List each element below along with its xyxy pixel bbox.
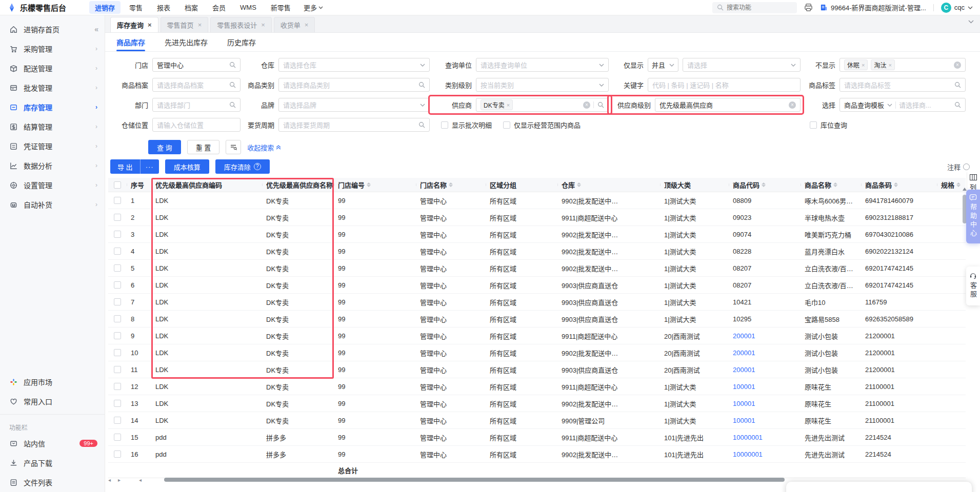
search-icon[interactable] [593,101,604,108]
nav-item-xinlingshou[interactable]: 新零售 [265,1,296,14]
close-icon[interactable]: × [305,21,309,29]
nav-item-dangan[interactable]: 档案 [179,1,204,14]
col-top-category[interactable]: 顶级大类 [660,180,729,190]
nav-item-huiyuan[interactable]: 会员 [207,1,231,14]
sidebar-item-favorites[interactable]: 常用入口 [0,392,105,411]
tag-supplier[interactable]: DK专卖× [481,99,513,110]
row-checkbox[interactable] [114,298,121,305]
col-supplier-code[interactable]: 优先级最高供应商编码 [151,180,262,190]
clear-icon[interactable]: × [789,101,796,109]
customer-service-button[interactable]: 客服 [966,266,980,305]
product-tag-input[interactable]: 请选择商品标签 [839,78,966,92]
checkbox-business-scope[interactable]: 仅显示经营范围内商品 [503,120,581,130]
saved-filter-button[interactable] [226,140,241,154]
only-show-operator-select[interactable]: 并且 [648,58,678,72]
query-unit-select[interactable]: 请选择查询单位 [476,58,609,72]
frozen-pane-scrollbar[interactable]: ◂ ▸ [108,477,135,483]
subtab-fifo-stock[interactable]: 先进先出库存 [165,33,208,51]
only-show-select[interactable]: 请选择 [683,58,801,72]
product-category-input[interactable]: 请选择商品类别 [278,78,430,92]
sort-icon[interactable] [894,182,898,187]
search-icon[interactable] [229,101,236,108]
col-region[interactable]: 区域分组 [486,180,557,190]
nav-item-lingshou[interactable]: 零售 [124,1,148,14]
row-checkbox[interactable] [114,366,121,373]
vscroll-up-arrow[interactable] [963,188,967,191]
close-icon[interactable]: × [507,102,510,108]
cell-product-code[interactable]: 200001 [729,332,801,340]
sort-icon[interactable] [956,182,961,187]
checkbox-icon[interactable] [810,121,817,129]
hide-tags-input[interactable]: 休眠× 淘汰× × [839,58,966,72]
export-more-button[interactable]: ··· [140,159,159,174]
col-warehouse[interactable]: 仓库 [557,180,660,190]
cell-product-code[interactable]: 200001 [729,366,801,374]
nav-more-menu[interactable]: 更多 [299,1,327,14]
hscroll-thumb[interactable] [164,478,785,482]
query-button[interactable]: 查 询 [148,140,181,154]
cargo-cycle-input[interactable]: 请选择要货周期 [278,118,430,132]
sidebar-item-messages[interactable]: 站内信 99+ [0,434,105,453]
checkbox-icon[interactable] [441,121,448,129]
inventory-clear-button[interactable]: 库存清除 ? [215,159,270,174]
cell-product-code[interactable]: 10000001 [729,450,801,458]
row-checkbox[interactable] [114,400,121,407]
row-checkbox[interactable] [114,315,121,322]
store-input[interactable]: 管理中心 [152,58,241,72]
cell-product-code[interactable]: 100001 [729,400,801,407]
search-icon[interactable] [418,121,425,128]
hscroll-left-arrow[interactable]: ◂ [139,477,142,483]
supplier-input[interactable]: DK专卖× × [476,98,609,112]
sidebar-item-app-market[interactable]: 应用市场 [0,372,105,392]
close-icon[interactable]: × [862,62,865,68]
row-checkbox[interactable] [114,434,121,441]
supplier-level-select[interactable]: 优先级最高供应商 × [655,98,801,112]
nav-item-jinxiaocun[interactable]: 进销存 [89,1,121,14]
tag-dormant[interactable]: 休眠× [844,59,868,70]
row-checkbox[interactable] [114,383,121,390]
cell-product-code[interactable]: 10000001 [729,434,801,441]
sidebar-item-downloads[interactable]: 产品下载 [0,453,105,473]
close-icon[interactable]: × [261,21,265,29]
cell-product-code[interactable]: 200001 [729,349,801,357]
checkbox-location-query[interactable]: 库位查询 [810,120,847,130]
row-checkbox[interactable] [114,349,121,356]
checkbox-batch-detail[interactable]: 显示批次明细 [441,120,492,130]
cell-product-code[interactable]: 100001 [729,417,801,424]
sidebar-item-files[interactable]: 文件列表 [0,473,105,492]
sidebar-item-settings[interactable]: 设置管理› [0,175,105,195]
department-input[interactable]: 请选择部门 [152,98,241,112]
col-barcode[interactable]: 商品条码 [861,180,937,190]
help-center-button[interactable]: 帮助中心 [966,190,980,243]
tab-retail-home[interactable]: 零售首页 × [161,17,209,32]
product-archive-input[interactable]: 请选择商品档案 [152,78,241,92]
export-split-button[interactable]: 导 出 ··· [110,159,159,174]
brand-select[interactable]: 请选择品牌 [278,98,430,112]
clear-icon[interactable]: × [954,61,961,69]
row-checkbox[interactable] [114,231,121,238]
col-product-code[interactable]: 商品代码 [729,180,801,190]
row-checkbox[interactable] [114,417,121,424]
collapse-search-link[interactable]: 收起搜索 [247,142,281,152]
close-icon[interactable]: × [888,62,891,68]
col-spec[interactable]: 规格 [937,180,964,190]
sort-icon[interactable] [762,182,766,187]
col-product-name[interactable]: 商品名称 [801,180,861,190]
cell-product-code[interactable]: 100001 [729,383,801,391]
row-checkbox[interactable] [114,264,121,272]
sidebar-item-analytics[interactable]: 数据分析› [0,156,105,175]
sort-icon[interactable] [833,182,837,187]
col-seq[interactable]: 序号 [127,180,151,190]
col-store-no[interactable]: 门店编号 [334,180,416,190]
row-checkbox[interactable] [114,332,121,339]
close-icon[interactable]: × [198,21,202,29]
sort-icon[interactable] [577,182,581,187]
sort-icon[interactable] [449,182,453,187]
sidebar-item-wholesale[interactable]: 批发管理› [0,78,105,97]
category-level-select[interactable]: 按当前类别 [476,78,609,92]
global-search-input[interactable] [727,4,783,11]
sidebar-item-delivery[interactable]: 配送管理› [0,58,105,78]
query-template-combo[interactable]: 商品查询模板 请选择商... [839,98,966,112]
search-icon[interactable] [229,61,236,68]
sidebar-collapse-icon[interactable]: « [94,25,97,33]
